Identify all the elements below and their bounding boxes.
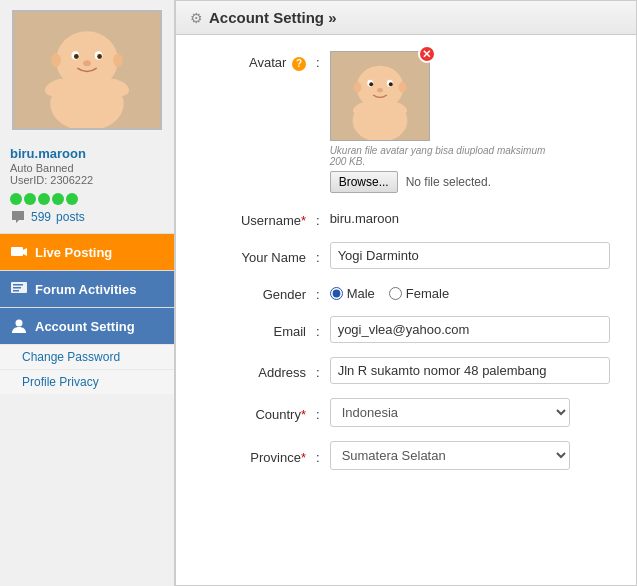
colon-gender: : (316, 283, 320, 302)
gender-female-label: Female (406, 286, 449, 301)
province-select[interactable]: Sumatera Selatan (330, 441, 570, 470)
email-input[interactable] (330, 316, 610, 343)
gender-male-radio[interactable] (330, 287, 343, 300)
avatar-upload-box: ✕ Ukuran file avatar yang bisa diupload … (330, 51, 550, 193)
rep-dot-5 (66, 193, 78, 205)
province-value: Sumatera Selatan (330, 441, 616, 470)
browse-button[interactable]: Browse... (330, 171, 398, 193)
svg-point-11 (83, 60, 91, 66)
address-label: Address (196, 361, 316, 380)
rep-dot-2 (24, 193, 36, 205)
live-posting-label: Live Posting (35, 245, 112, 260)
country-row: Country* : Indonesia (196, 398, 616, 427)
svg-point-34 (398, 82, 406, 93)
sidebar-avatar-image (12, 10, 162, 130)
browse-row: Browse... No file selected. (330, 171, 550, 193)
sub-nav: Change Password Profile Privacy (0, 344, 174, 394)
your-name-value (330, 242, 616, 269)
forum-activities-icon (10, 280, 28, 298)
colon-country: : (316, 403, 320, 422)
svg-point-9 (74, 54, 79, 59)
gender-label: Gender (196, 283, 316, 302)
page-title: Account Setting » (209, 9, 337, 26)
gender-male-label: Male (347, 286, 375, 301)
rep-dot-3 (38, 193, 50, 205)
colon-email: : (316, 320, 320, 339)
colon-name: : (316, 246, 320, 265)
gender-male-option[interactable]: Male (330, 286, 375, 301)
svg-point-12 (51, 54, 61, 68)
posts-label: posts (56, 210, 85, 224)
username-row: Username* : biru.maroon (196, 209, 616, 228)
settings-icon: ⚙ (190, 10, 203, 26)
sidebar-item-live-posting[interactable]: Live Posting (0, 233, 174, 270)
avatar-label: Avatar ? (196, 51, 316, 71)
gender-row: Gender : Male Female (196, 283, 616, 302)
username-value: biru.maroon (330, 211, 616, 226)
live-posting-icon (10, 243, 28, 261)
province-required-star: * (301, 450, 306, 465)
address-input[interactable] (330, 357, 610, 384)
avatar-preview: ✕ (330, 51, 430, 141)
email-value (330, 316, 616, 343)
account-setting-icon (10, 317, 28, 335)
profile-privacy-link[interactable]: Profile Privacy (0, 369, 174, 394)
email-row: Email : (196, 316, 616, 343)
country-required-star: * (301, 407, 306, 422)
username-required-star: * (301, 213, 306, 228)
posts-link[interactable]: 599 posts (0, 207, 174, 233)
svg-rect-17 (13, 284, 23, 286)
sidebar-item-forum-activities[interactable]: Forum Activities (0, 270, 174, 307)
forum-activities-label: Forum Activities (35, 282, 136, 297)
gender-female-option[interactable]: Female (389, 286, 449, 301)
province-row: Province* : Sumatera Selatan (196, 441, 616, 470)
svg-point-20 (16, 320, 23, 327)
account-setting-label: Account Setting (35, 319, 135, 334)
page-header: ⚙ Account Setting » (176, 1, 636, 35)
country-value: Indonesia (330, 398, 616, 427)
sidebar-avatar-box (0, 0, 174, 140)
svg-rect-18 (13, 287, 21, 289)
account-setting-form: Avatar ? : (176, 35, 636, 500)
your-name-label: Your Name (196, 246, 316, 265)
svg-point-32 (377, 88, 383, 92)
avatar-size-note: Ukuran file avatar yang bisa diupload ma… (330, 145, 550, 167)
svg-point-30 (369, 82, 373, 86)
colon-province: : (316, 446, 320, 465)
country-label: Country* (196, 403, 316, 422)
rep-dot-4 (52, 193, 64, 205)
province-label: Province* (196, 446, 316, 465)
rep-dot-1 (10, 193, 22, 205)
avatar-help-icon[interactable]: ? (292, 57, 306, 71)
avatar-remove-button[interactable]: ✕ (418, 45, 436, 63)
reputation-dots (10, 193, 174, 205)
email-label: Email (196, 320, 316, 339)
change-password-link[interactable]: Change Password (0, 344, 174, 369)
svg-point-33 (353, 82, 361, 93)
avatar-row: Avatar ? : (196, 51, 616, 193)
avatar-preview-image (330, 51, 430, 141)
svg-point-31 (388, 82, 392, 86)
address-row: Address : (196, 357, 616, 384)
username-label: Username* (196, 209, 316, 228)
address-value (330, 357, 616, 384)
your-name-row: Your Name : (196, 242, 616, 269)
colon-address: : (316, 361, 320, 380)
posts-count: 599 (31, 210, 51, 224)
gender-radio-group: Male Female (330, 284, 616, 301)
your-name-input[interactable] (330, 242, 610, 269)
user-info: biru.maroon Auto Banned UserID: 2306222 (0, 140, 174, 190)
svg-rect-19 (13, 290, 19, 292)
colon-username: : (316, 209, 320, 228)
gender-options: Male Female (330, 284, 616, 301)
gender-female-radio[interactable] (389, 287, 402, 300)
comment-icon (10, 209, 26, 225)
svg-point-27 (356, 66, 403, 109)
svg-rect-14 (11, 247, 23, 256)
country-select[interactable]: Indonesia (330, 398, 570, 427)
no-file-text: No file selected. (406, 175, 491, 189)
sidebar-item-account-setting[interactable]: Account Setting (0, 307, 174, 344)
username-static: biru.maroon (330, 207, 399, 226)
username-link[interactable]: biru.maroon (10, 146, 86, 161)
main-content: ⚙ Account Setting » Avatar ? : (175, 0, 637, 586)
